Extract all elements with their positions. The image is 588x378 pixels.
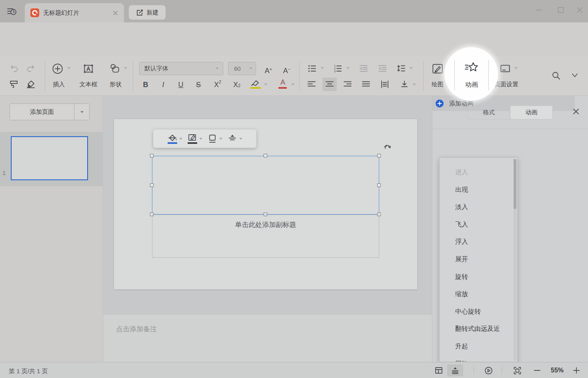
page-setup-caret[interactable] — [514, 67, 518, 69]
highlight-color-button[interactable] — [250, 79, 262, 91]
resize-handle-ne[interactable] — [377, 154, 381, 157]
layout-view-button[interactable] — [433, 365, 445, 376]
animation-menu-item[interactable]: 飞入 — [440, 216, 517, 233]
window-close-button[interactable] — [572, 3, 587, 17]
strikethrough-button[interactable]: S — [192, 79, 205, 90]
animation-menu-item[interactable]: 缩放 — [440, 285, 517, 303]
resize-handle-n[interactable] — [264, 154, 267, 157]
animation-menu-item[interactable]: 翻转式由远及近 — [440, 320, 517, 338]
line-spacing-caret[interactable] — [410, 67, 413, 69]
window-maximize-button[interactable] — [554, 3, 568, 17]
zoom-level[interactable]: 55% — [546, 366, 569, 375]
textbox-button[interactable] — [82, 62, 95, 76]
outline-color-button[interactable] — [186, 132, 204, 145]
fill-color-button[interactable] — [166, 132, 184, 145]
numbered-list-caret[interactable] — [346, 67, 350, 69]
insert-button[interactable] — [50, 62, 65, 76]
shapes-dropdown-caret[interactable] — [124, 67, 127, 69]
decrease-font-button[interactable]: A− — [279, 63, 294, 74]
animation-label[interactable]: 动画 — [461, 81, 482, 89]
line-spacing-button[interactable] — [394, 62, 408, 74]
underline-button[interactable]: U — [174, 79, 187, 90]
increase-indent-button[interactable] — [376, 62, 389, 74]
bullet-list-button[interactable] — [305, 62, 319, 74]
rotate-handle-icon[interactable] — [382, 142, 394, 154]
new-tab-button[interactable]: 新建 — [129, 5, 166, 20]
bold-button[interactable]: B — [139, 79, 152, 90]
subscript-button[interactable]: X2 — [229, 79, 245, 90]
shapes-label[interactable]: 形状 — [106, 81, 125, 88]
tab-animation[interactable]: 动画 — [510, 105, 553, 119]
animation-menu-item[interactable]: 出现 — [440, 181, 517, 199]
notes-area[interactable]: 点击添加备注 — [103, 314, 432, 362]
align-right-button[interactable] — [341, 78, 354, 90]
zoom-out-button[interactable] — [531, 366, 543, 375]
undo-button[interactable] — [7, 62, 21, 74]
notes-toggle-button[interactable] — [447, 364, 463, 376]
textbox-label[interactable]: 文本框 — [76, 81, 101, 88]
menu-scrollbar-track[interactable] — [514, 159, 516, 360]
resize-handle-e[interactable] — [377, 183, 381, 187]
align-left-button[interactable] — [305, 78, 318, 90]
draw-label[interactable]: 绘图 — [428, 81, 447, 88]
tab-history-button[interactable] — [5, 5, 18, 17]
fit-to-screen-button[interactable] — [511, 365, 523, 376]
animation-menu-item[interactable]: 淡入 — [440, 198, 517, 216]
bullet-list-caret[interactable] — [321, 67, 324, 69]
distribute-text-button[interactable] — [378, 78, 392, 90]
add-page-dropdown[interactable] — [74, 104, 89, 120]
animation-menu-item[interactable]: 浮入 — [440, 233, 517, 251]
window-minimize-button[interactable] — [532, 3, 546, 17]
fit-to-screen-icon — [513, 366, 522, 375]
collapse-toolbar-button[interactable] — [569, 70, 581, 81]
format-painter-button[interactable] — [7, 78, 21, 90]
font-color-button[interactable]: A — [278, 78, 288, 90]
selected-text-box[interactable] — [152, 156, 379, 215]
menu-scrollbar-thumb[interactable] — [514, 159, 516, 209]
animation-menu-item[interactable]: 展开 — [440, 251, 517, 268]
vertical-align-caret[interactable] — [413, 84, 416, 86]
animation-button[interactable] — [464, 60, 479, 75]
subtitle-placeholder[interactable]: 单击此处添加副标题 — [152, 215, 379, 258]
decrease-indent-button[interactable] — [357, 62, 370, 74]
insert-dropdown-caret[interactable] — [67, 67, 70, 69]
animation-menu-item[interactable]: 升起 — [440, 338, 517, 355]
panel-close-button[interactable] — [571, 106, 581, 117]
align-center-button[interactable] — [322, 78, 337, 91]
shape-style-button[interactable] — [206, 132, 224, 145]
animation-menu-item[interactable]: 旋转 — [440, 268, 517, 286]
increase-font-button[interactable]: A+ — [261, 63, 276, 74]
highlight-dropdown-caret[interactable] — [264, 84, 267, 86]
arrange-button[interactable] — [226, 132, 244, 145]
eraser-button[interactable] — [24, 78, 38, 90]
tab-close-icon[interactable] — [112, 10, 118, 16]
add-page-label[interactable]: 添加页面 — [10, 104, 74, 120]
vertical-align-button[interactable] — [398, 78, 411, 90]
zoom-in-button[interactable] — [570, 366, 582, 375]
font-family-select[interactable]: 默认字体 — [139, 62, 223, 75]
draw-button[interactable] — [430, 62, 445, 76]
search-button[interactable] — [550, 69, 562, 82]
add-page-button[interactable]: 添加页面 — [10, 103, 90, 120]
slide-thumbnail-row[interactable]: 1 — [0, 132, 103, 186]
animation-menu-item[interactable]: 中心旋转 — [440, 303, 517, 320]
page-setup-label[interactable]: 页面设置 — [494, 81, 519, 88]
numbered-list-button[interactable]: 1 2 3 — [330, 62, 345, 74]
font-color-dropdown-caret[interactable] — [291, 84, 294, 86]
tab-format[interactable]: 格式 — [468, 105, 510, 119]
animation-menu-item[interactable]: 回旋 — [440, 355, 517, 362]
slide-thumbnail[interactable] — [11, 136, 88, 180]
shapes-button[interactable] — [108, 62, 122, 76]
insert-label[interactable]: 插入 — [50, 81, 68, 88]
font-size-select[interactable]: 60 — [228, 62, 256, 75]
page-setup-button[interactable] — [498, 62, 512, 76]
redo-button[interactable] — [24, 62, 38, 74]
resize-handle-w[interactable] — [150, 183, 154, 187]
animation-menu-item[interactable]: 进入 — [440, 163, 517, 181]
justify-button[interactable] — [359, 78, 373, 90]
resize-handle-nw[interactable] — [150, 154, 154, 157]
superscript-button[interactable]: X2 — [210, 79, 226, 90]
italic-button[interactable]: I — [157, 79, 170, 90]
play-slideshow-button[interactable] — [482, 365, 494, 376]
document-tab[interactable]: 无标题幻灯片 — [25, 3, 124, 22]
